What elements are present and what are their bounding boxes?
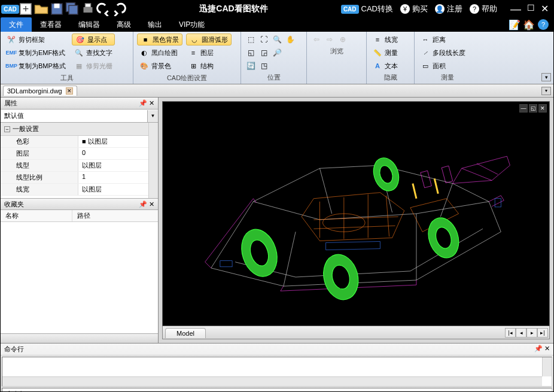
palette-icon: 🎨 <box>139 61 149 71</box>
open-folder-icon[interactable] <box>34 2 48 16</box>
menu-file[interactable]: 文件 <box>1 17 32 32</box>
doctab-close-icon[interactable]: ✕ <box>66 87 73 95</box>
quick-note-icon[interactable]: 📝 <box>509 19 520 30</box>
command-history[interactable] <box>2 357 552 387</box>
wireframe-car <box>163 102 549 326</box>
bg-color-button[interactable]: 🎨背景色 <box>137 60 182 72</box>
quick-home-icon[interactable]: 🏠 <box>523 19 534 30</box>
redo-icon[interactable] <box>112 2 126 16</box>
new-file-icon[interactable]: + <box>19 2 33 16</box>
3d-orbit-icon[interactable]: 🔄 <box>245 60 257 72</box>
svg-rect-12 <box>442 166 452 183</box>
fav-col-path[interactable]: 路径 <box>72 210 95 221</box>
zoom-extents-icon[interactable]: ⛶ <box>258 34 270 45</box>
ribbon-group-hide-label: 隐藏 <box>370 72 410 83</box>
help-link[interactable]: ?帮助 <box>470 4 497 14</box>
linewidth-button[interactable]: ≡线宽 <box>370 34 410 45</box>
modeltab-next-icon[interactable]: ▸ <box>526 328 537 338</box>
model-tab[interactable]: Model <box>165 328 206 338</box>
chevron-down-icon[interactable]: ▼ <box>147 110 158 122</box>
maximize-button[interactable]: ☐ <box>527 3 535 16</box>
linewidth-icon: ≡ <box>373 35 382 44</box>
modeltab-first-icon[interactable]: |◂ <box>505 328 516 338</box>
undo-icon[interactable] <box>96 2 111 16</box>
collapse-box-icon: − <box>4 126 10 132</box>
pin-icon[interactable]: 📌 ✕ <box>139 99 154 107</box>
properties-scrollbar[interactable] <box>148 123 158 198</box>
nav-up-icon: ⊕ <box>337 34 349 45</box>
copy-bmp-button[interactable]: BMP复制为BMP格式 <box>4 60 68 72</box>
polyline-length-button[interactable]: ⟋多段线长度 <box>418 47 477 59</box>
save-icon[interactable] <box>50 2 64 16</box>
document-tabs: 3DLamborgini.dwg ✕ ▾ <box>1 84 553 98</box>
layer-button[interactable]: ≡图层 <box>186 47 232 59</box>
menu-viewer[interactable]: 查看器 <box>32 17 70 32</box>
minimize-button[interactable]: — <box>510 3 521 16</box>
register-link[interactable]: 👤注册 <box>435 4 462 14</box>
ribbon-group-position-label: 位置 <box>245 72 303 83</box>
menu-vip[interactable]: VIP功能 <box>171 17 213 32</box>
prop-row: 线宽以图层 <box>1 184 158 196</box>
cmd-hscrollbar[interactable] <box>2 376 542 386</box>
cut-frame-button[interactable]: ✂️剪切框架 <box>4 34 68 45</box>
zoom-window-icon[interactable]: ⬚ <box>245 34 257 45</box>
ribbon-collapse-button[interactable]: ▾ <box>541 73 551 81</box>
prop-row: 图层0 <box>1 148 158 160</box>
document-tab[interactable]: 3DLamborgini.dwg ✕ <box>3 86 77 96</box>
find-text-button[interactable]: 🔍查找文字 <box>72 47 115 59</box>
distance-icon: ↔ <box>421 35 430 44</box>
command-input[interactable] <box>28 390 548 392</box>
menu-output[interactable]: 输出 <box>139 17 171 32</box>
modeltab-last-icon[interactable]: ▸| <box>537 328 548 338</box>
3d-view-icon[interactable]: ◳ <box>258 60 270 72</box>
distance-button[interactable]: ↔距离 <box>418 34 477 45</box>
prop-section-general[interactable]: −一般设置 <box>1 123 158 136</box>
doctab-label: 3DLamborgini.dwg <box>7 87 62 95</box>
cmd-vscrollbar[interactable] <box>542 357 552 376</box>
menu-advanced[interactable]: 高级 <box>108 17 139 32</box>
zoom-prev-icon[interactable]: ◱ <box>245 47 257 59</box>
cad-convert-link[interactable]: CADCAD转换 <box>341 4 393 14</box>
polyline-icon: ⟋ <box>421 48 430 57</box>
ribbon: ✂️剪切框架 EMF复制为EMF格式 BMP复制为BMP格式 🎯显示点 🔍查找文… <box>1 32 553 84</box>
properties-title: 属性 📌 ✕ <box>1 98 158 110</box>
pan-icon[interactable]: ✋ <box>284 34 296 45</box>
viewport-minimize-icon[interactable]: — <box>519 104 528 113</box>
black-bg-button[interactable]: ■黑色背景 <box>137 34 182 45</box>
ruler-icon: 📏 <box>373 48 382 57</box>
user-icon: 👤 <box>435 4 445 14</box>
measure-hide-button[interactable]: 📏测量 <box>370 47 410 59</box>
copy-emf-button[interactable]: EMF复制为EMF格式 <box>4 47 68 59</box>
doctabs-dropdown[interactable]: ▾ <box>541 87 551 95</box>
save-all-icon[interactable] <box>65 2 80 16</box>
buy-link[interactable]: ¥购买 <box>400 4 428 14</box>
structure-button[interactable]: ⊞结构 <box>186 60 232 72</box>
quick-help-icon[interactable]: ? <box>538 19 549 30</box>
svg-line-16 <box>434 178 438 193</box>
bw-plot-button[interactable]: ◐黑白绘图 <box>137 47 182 59</box>
prop-row: 线型比例1 <box>1 172 158 184</box>
modeltab-prev-icon[interactable]: ◂ <box>516 328 526 338</box>
viewport-maximize-icon[interactable]: ◱ <box>529 104 537 113</box>
viewport-close-icon[interactable]: ✕ <box>538 104 547 113</box>
pin-icon[interactable]: 📌 ✕ <box>139 200 154 208</box>
zoom-all-icon[interactable]: ◲ <box>258 47 270 59</box>
fav-col-name[interactable]: 名称 <box>1 210 72 221</box>
properties-default-dropdown[interactable]: 默认值 ▼ <box>1 110 158 123</box>
show-point-button[interactable]: 🎯显示点 <box>72 34 115 45</box>
zoom-out-icon[interactable]: 🔎 <box>271 47 283 59</box>
app-logo-icon[interactable]: CAD <box>3 2 17 16</box>
close-button[interactable]: ✕ <box>541 3 549 16</box>
drawing-canvas[interactable]: — ◱ ✕ <box>162 101 550 326</box>
menu-editor[interactable]: 编辑器 <box>70 17 108 32</box>
text-icon: A <box>373 61 382 71</box>
text-hide-button[interactable]: A文本 <box>370 60 410 72</box>
pin-icon[interactable]: 📌 ✕ <box>534 345 550 354</box>
area-button[interactable]: ▭面积 <box>418 60 477 72</box>
menubar: 文件 查看器 编辑器 高级 输出 VIP功能 📝 🏠 ? <box>1 17 553 32</box>
trim-icon: ▦ <box>74 61 84 71</box>
print-icon[interactable] <box>81 2 95 16</box>
favorites-title: 收藏夹 📌 ✕ <box>1 198 158 210</box>
smooth-arc-button[interactable]: ◡圆滑弧形 <box>186 34 232 45</box>
zoom-in-icon[interactable]: 🔍 <box>271 34 283 45</box>
